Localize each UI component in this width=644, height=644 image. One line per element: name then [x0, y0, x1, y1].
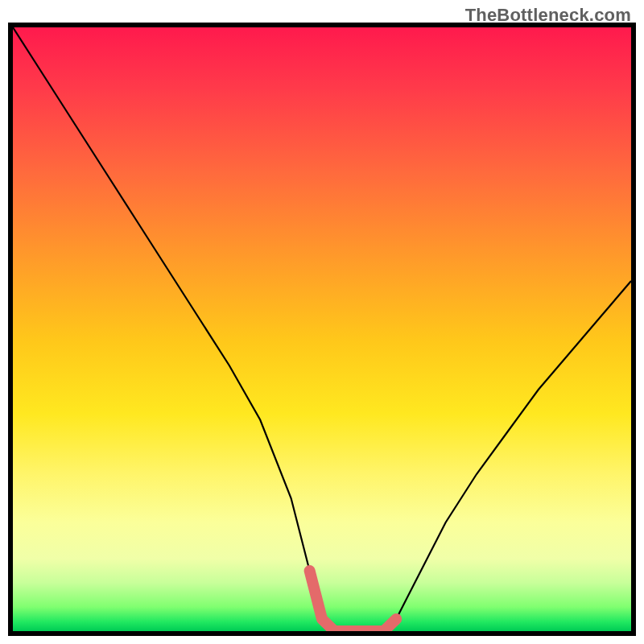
main-curve-path — [13, 27, 631, 631]
chart-plot-area — [8, 23, 636, 636]
curve-svg — [13, 27, 631, 631]
watermark-text: TheBottleneck.com — [465, 5, 631, 26]
highlight-curve-path — [310, 571, 397, 631]
